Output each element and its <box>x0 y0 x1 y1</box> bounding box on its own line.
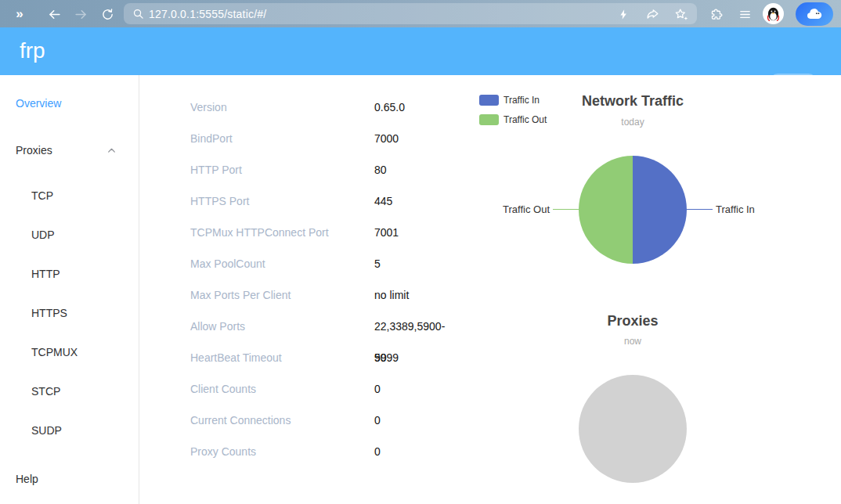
row-label-current-connections: Current Connections <box>190 405 366 436</box>
row-label-tcpmux-port: TCPMux HTTPConnect Port <box>190 217 366 248</box>
row-label-client-counts: Client Counts <box>190 373 366 405</box>
legend-item-traffic-out[interactable]: Traffic Out <box>479 114 547 125</box>
row-label-heartbeat: HeartBeat Timeout <box>190 342 366 373</box>
row-label-proxy-counts: Proxy Counts <box>190 436 366 467</box>
legend-swatch-traffic-in <box>479 95 499 106</box>
proxies-chart-title: Proxies <box>470 313 796 329</box>
share-forward-icon <box>646 8 659 21</box>
row-label-max-ports: Max Ports Per Client <box>190 279 366 311</box>
extensions-button[interactable] <box>706 4 727 24</box>
pie-labelline-traffic-out <box>553 209 579 210</box>
qq-penguin-icon <box>765 5 781 22</box>
row-value-version: 0.65.0 <box>374 92 476 123</box>
sidebar-item-proxies[interactable]: Proxies <box>16 139 52 161</box>
row-value-allow-ports: 22,3389,5900-5999 <box>374 311 456 342</box>
reload-button[interactable] <box>97 4 117 24</box>
legend-label-traffic-in: Traffic In <box>504 95 540 106</box>
arrow-right-icon <box>74 7 88 22</box>
row-value-current-connections: 0 <box>374 405 476 436</box>
pie-labelline-traffic-in <box>687 209 713 210</box>
row-value-https-port: 445 <box>374 185 476 217</box>
sidebar-item-tcp[interactable]: TCP <box>31 185 53 207</box>
app-header: frp Light <box>0 27 841 75</box>
row-value-max-ports: no limit <box>374 279 476 311</box>
theme-toggle-label: Light <box>786 76 808 88</box>
puzzle-piece-icon <box>710 8 724 21</box>
network-traffic-pie[interactable] <box>579 156 687 264</box>
arrow-left-icon <box>47 7 62 22</box>
sidebar-item-https[interactable]: HTTPS <box>31 302 67 324</box>
row-value-client-counts: 0 <box>374 373 476 405</box>
row-label-http-port: HTTP Port <box>190 154 366 185</box>
browser-chrome: » 127.0.0.1:5555/static/#/ <box>0 0 841 27</box>
legend-swatch-traffic-out <box>479 114 499 125</box>
forward-button[interactable] <box>70 4 91 24</box>
legend-item-traffic-in[interactable]: Traffic In <box>479 95 540 106</box>
proxies-chart-subtitle: now <box>470 336 796 347</box>
chevron-up-icon[interactable] <box>106 139 117 161</box>
pie-label-traffic-in: Traffic In <box>716 203 794 216</box>
cloud-icon <box>804 4 825 24</box>
sidebar-item-help[interactable]: Help <box>16 468 38 490</box>
address-bar[interactable]: 127.0.0.1:5555/static/#/ <box>124 3 697 24</box>
sidebar-item-stcp[interactable]: STCP <box>31 380 60 402</box>
sidebar-item-tcpmux[interactable]: TCPMUX <box>31 341 78 363</box>
quick-tool-button[interactable] <box>613 4 633 24</box>
account-avatar[interactable] <box>763 3 784 24</box>
row-value-tcpmux-port: 7001 <box>374 217 476 248</box>
bookmark-button[interactable] <box>670 4 691 24</box>
row-value-http-port: 80 <box>374 154 476 185</box>
sidebar-item-http[interactable]: HTTP <box>31 263 60 285</box>
row-label-max-poolcount: Max PoolCount <box>190 248 366 279</box>
hamburger-icon <box>738 8 752 21</box>
row-label-version: Version <box>190 92 366 123</box>
row-value-max-poolcount: 5 <box>374 248 476 279</box>
back-button[interactable] <box>44 4 64 24</box>
legend-label-traffic-out: Traffic Out <box>504 114 547 125</box>
sidebar-item-overview[interactable]: Overview <box>16 92 61 114</box>
search-icon <box>132 8 144 20</box>
reload-icon <box>101 8 114 21</box>
pie-label-traffic-out: Traffic Out <box>470 203 550 216</box>
row-label-https-port: HTTPS Port <box>190 185 366 217</box>
sidebar-item-sudp[interactable]: SUDP <box>31 419 62 441</box>
toggle-knob-icon <box>771 75 785 88</box>
theme-toggle[interactable]: Light <box>770 74 817 90</box>
menu-button[interactable] <box>735 4 755 24</box>
row-value-bindport: 7000 <box>374 123 476 154</box>
row-label-allow-ports: Allow Ports <box>190 311 366 342</box>
sidebar-item-udp[interactable]: UDP <box>31 224 55 246</box>
share-button[interactable] <box>642 4 662 24</box>
proxies-empty-pie[interactable] <box>579 375 687 483</box>
star-plus-icon <box>674 8 688 21</box>
row-label-bindport: BindPort <box>190 123 366 154</box>
lightning-icon <box>618 9 630 20</box>
tabs-overflow-icon[interactable]: » <box>9 4 30 24</box>
row-value-proxy-counts: 0 <box>374 436 476 467</box>
url-text[interactable]: 127.0.0.1:5555/static/#/ <box>149 8 266 20</box>
cloud-sync-button[interactable] <box>796 2 833 26</box>
app-logo: frp <box>20 38 45 63</box>
